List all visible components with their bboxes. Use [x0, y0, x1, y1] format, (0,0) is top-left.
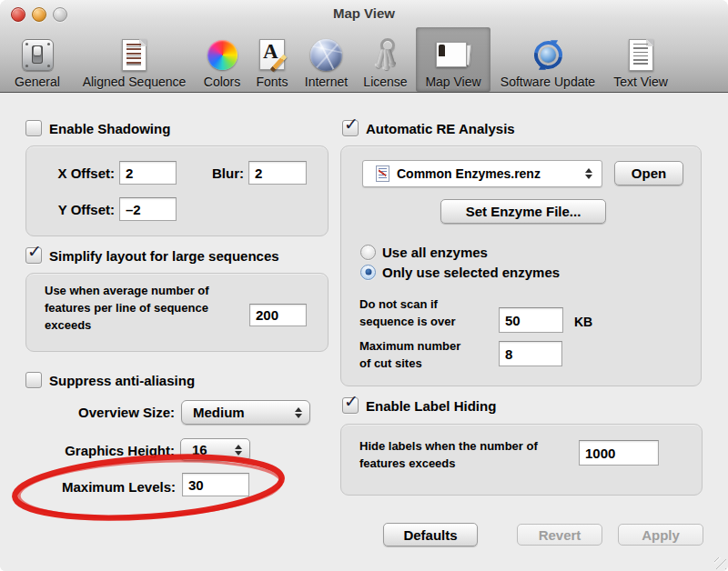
simplify-description: Use when average number of features per … [45, 282, 249, 334]
graphics-height-value: 16 [192, 442, 229, 457]
blur-field[interactable] [248, 161, 307, 185]
toolbar-item-map-view[interactable]: Map View [416, 27, 490, 92]
re-analysis-group: Common Enzymes.renz Open Set Enzyme File… [340, 145, 702, 386]
simplify-group: Use when average number of features per … [25, 273, 329, 352]
overview-size-popup[interactable]: Medium [181, 400, 310, 425]
toolbar-item-label: License [363, 75, 407, 90]
graphics-height-label: Graphics Height: [25, 443, 175, 458]
cut-sites-label: Maximum number of cut sites [359, 337, 460, 372]
open-button[interactable]: Open [614, 161, 683, 185]
use-all-enzymes-radio[interactable] [360, 245, 376, 260]
only-selected-enzymes-label: Only use selected enzymes [382, 265, 560, 280]
enable-shadowing-checkbox[interactable] [25, 120, 42, 136]
cut-sites-field[interactable] [499, 341, 562, 366]
enable-shadowing-label: Enable Shadowing [49, 121, 170, 136]
sequence-document-icon [122, 39, 147, 71]
shadowing-group: X Offset: Blur: Y Offset: [25, 145, 329, 236]
toolbar-item-label: Map View [425, 75, 480, 90]
resize-grip[interactable] [714, 557, 726, 569]
hide-labels-field[interactable] [579, 440, 659, 466]
toolbar-item-label: Aligned Sequence [83, 75, 187, 90]
maximum-levels-field[interactable] [182, 473, 249, 496]
window-title: Map View [0, 5, 728, 21]
enable-shadowing-row: Enable Shadowing [25, 120, 170, 136]
toolbar-item-fonts[interactable]: A Fonts [250, 27, 294, 92]
toolbar-item-software-update[interactable]: Software Update [494, 27, 602, 92]
enable-label-hiding-row: Enable Label Hiding [342, 397, 496, 414]
revert-button[interactable]: Revert [517, 524, 602, 546]
stepper-arrows-icon [585, 168, 592, 179]
toolbar-item-label: Fonts [256, 75, 288, 90]
globe-icon [310, 39, 342, 71]
toolbar-item-label: Colors [204, 75, 240, 90]
color-wheel-icon [207, 40, 238, 70]
apply-button[interactable]: Apply [618, 524, 703, 546]
enable-label-hiding-label: Enable Label Hiding [366, 398, 496, 414]
window-chrome: Map View General Aligned Sequence Colors… [0, 0, 728, 93]
switch-panel-icon [22, 39, 54, 71]
use-all-enzymes-label: Use all enzymes [382, 245, 488, 260]
label-hiding-description: Hide labels when the number of features … [359, 437, 538, 472]
defaults-button[interactable]: Defaults [383, 523, 478, 546]
y-offset-field[interactable] [119, 197, 177, 221]
toolbar-item-label: Internet [305, 75, 348, 90]
x-offset-field[interactable] [119, 161, 177, 185]
suppress-antialiasing-row: Suppress anti-aliasing [25, 372, 195, 388]
overview-size-label: Overview Size: [25, 405, 175, 420]
toolbar-item-label: General [15, 75, 60, 90]
simplify-layout-checkbox[interactable] [25, 247, 42, 264]
keys-icon [369, 37, 402, 72]
renz-file-icon [376, 165, 389, 182]
set-enzyme-file-button[interactable]: Set Enzyme File... [440, 199, 606, 224]
toolbar-item-label: Software Update [500, 75, 595, 90]
scan-limit-label: Do not scan if sequence is over [359, 296, 456, 330]
scan-limit-unit: KB [574, 315, 592, 329]
x-offset-label: X Offset: [26, 165, 115, 181]
simplify-layout-label: Simplify layout for large sequences [49, 248, 279, 264]
enzyme-file-popup[interactable]: Common Enzymes.renz [362, 160, 602, 187]
only-selected-enzymes-row: Only use selected enzymes [360, 264, 560, 280]
toolbar-item-aligned-sequence[interactable]: Aligned Sequence [75, 27, 194, 92]
features-per-line-field[interactable] [249, 304, 307, 326]
font-pencil-icon: A [259, 39, 285, 70]
toolbar-item-label: Text View [613, 75, 668, 90]
suppress-antialiasing-checkbox[interactable] [25, 372, 42, 388]
enable-label-hiding-checkbox[interactable] [342, 397, 359, 414]
graphics-height-stepper[interactable]: 16 [180, 438, 250, 461]
automatic-re-analysis-row: Automatic RE Analysis [342, 120, 515, 136]
update-arrows-icon [531, 38, 565, 72]
automatic-re-analysis-checkbox[interactable] [342, 120, 359, 136]
toolbar: General Aligned Sequence Colors A Fonts … [4, 27, 676, 92]
enzyme-file-value: Common Enzymes.renz [397, 166, 580, 181]
title-bar: Map View [0, 0, 728, 25]
preferences-content: Enable Shadowing X Offset: Blur: Y Offse… [0, 93, 728, 571]
only-selected-enzymes-radio[interactable] [360, 265, 376, 280]
use-all-enzymes-row: Use all enzymes [360, 244, 488, 260]
y-offset-label: Y Offset: [26, 202, 115, 217]
stepper-arrows-icon [295, 407, 302, 418]
toolbar-item-text-view[interactable]: Text View [605, 27, 676, 92]
automatic-re-analysis-label: Automatic RE Analysis [366, 121, 515, 136]
simplify-layout-row: Simplify layout for large sequences [25, 247, 279, 264]
toolbar-item-colors[interactable]: Colors [197, 27, 247, 92]
suppress-antialiasing-label: Suppress anti-aliasing [49, 373, 195, 388]
toolbar-item-license[interactable]: License [359, 27, 412, 92]
overview-size-value: Medium [193, 405, 289, 420]
scan-limit-field[interactable] [499, 307, 563, 333]
text-document-icon [629, 39, 653, 71]
photos-icon [436, 41, 470, 69]
toolbar-item-internet[interactable]: Internet [298, 27, 355, 92]
label-hiding-group: Hide labels when the number of features … [340, 424, 703, 496]
blur-label: Blur: [189, 165, 244, 181]
toolbar-item-general[interactable]: General [4, 27, 71, 92]
maximum-levels-label: Maximum Levels: [25, 479, 176, 495]
preferences-window: Map View General Aligned Sequence Colors… [0, 0, 728, 571]
stepper-arrows-icon [235, 445, 242, 456]
